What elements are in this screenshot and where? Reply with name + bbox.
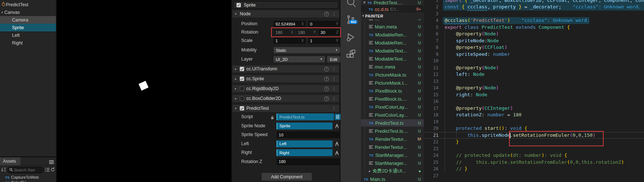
node-picker-icon[interactable] xyxy=(334,123,340,129)
code-line-14[interactable]: 14 @property(Node) xyxy=(424,85,644,92)
component-enabled-checkbox[interactable] xyxy=(240,106,244,111)
hierarchy-item-camera[interactable]: Camera xyxy=(0,16,56,24)
asset-item-capturetoweb[interactable]: TSCaptureToWeb xyxy=(0,175,56,180)
tree-item-pixelblock-ts-[interactable]: PixelBlock.ts....U xyxy=(361,95,424,102)
rotation-z-input[interactable]: 30Z xyxy=(319,29,340,35)
node-active-checkbox[interactable] xyxy=(236,3,241,7)
code-line-1[interactable]: 1import { _decorator, BoxCollider2D, CCF… xyxy=(424,0,644,4)
tree-item-startmanager-[interactable]: StartManager...U xyxy=(361,159,424,167)
tree-item-picturemask-ts[interactable]: TSPictureMask.tsU xyxy=(361,71,424,78)
tree-item-rendertextur-[interactable]: TSRenderTextur...M xyxy=(361,135,424,143)
hierarchy-item-right[interactable]: Right xyxy=(0,39,56,47)
script-asset-icon[interactable] xyxy=(335,114,341,120)
code-line-5[interactable]: 5export class PredictTest extends Compon… xyxy=(424,24,644,31)
help-icon[interactable]: ? xyxy=(324,96,329,101)
layer-edit-button[interactable]: Edit xyxy=(327,56,340,62)
component-enabled-checkbox[interactable] xyxy=(240,86,244,91)
tab-assets[interactable]: Assets xyxy=(0,157,20,165)
component-header-cc.uitransform[interactable]: ▸cc.UITransform?⋮ xyxy=(232,65,339,73)
position-y-input[interactable]: 0Y xyxy=(308,21,340,27)
mobility-dropdown[interactable]: Static▼ xyxy=(274,47,340,53)
tree-item--2d-ui-[interactable]: ▸免费2D卡通UI...● xyxy=(361,167,424,175)
code-line-25[interactable]: 25 // this.sprite.setRotationFromEuler(0… xyxy=(424,159,644,166)
tree-item-modiableren-[interactable]: ModiableRen...U xyxy=(361,39,424,46)
asset-item-colorpic[interactable]: TSColorPic xyxy=(0,180,56,182)
rotation-y-input[interactable]: 180Y xyxy=(296,29,318,35)
left-reference[interactable]: Left xyxy=(277,140,333,147)
code-line-10[interactable]: 10 xyxy=(424,58,644,65)
code-line-26[interactable]: 26 // } xyxy=(424,166,644,173)
kebab-menu-icon[interactable]: ⋮ xyxy=(331,86,337,91)
extensions-icon[interactable] xyxy=(346,50,356,61)
code-line-15[interactable]: 15 right: Node xyxy=(424,92,644,98)
help-icon[interactable]: ? xyxy=(324,86,329,91)
hierarchy-item-left[interactable]: Left xyxy=(0,31,56,39)
code-line-16[interactable]: 16 xyxy=(424,98,644,105)
help-icon[interactable]: ? xyxy=(324,12,329,16)
tree-item-startmanager-[interactable]: TSStartManager...U xyxy=(361,151,424,159)
component-header-predicttest[interactable]: ▾PredictTest⋮ xyxy=(232,105,339,112)
layer-dropdown[interactable]: UI_2D▼ xyxy=(274,56,325,62)
sprite-object[interactable] xyxy=(139,81,148,91)
tree-item-predicttest-ts-[interactable]: PredictTest.ts....U xyxy=(361,127,424,135)
hierarchy-item-canvas[interactable]: ▾Canvas xyxy=(0,8,56,16)
help-icon[interactable]: ? xyxy=(324,67,329,71)
add-component-button[interactable]: Add Component xyxy=(262,173,312,181)
code-line-4[interactable]: 4@ccclass('PredictTest') "ccclass": Unkn… xyxy=(424,17,644,24)
component-enabled-checkbox[interactable] xyxy=(240,67,244,71)
kebab-menu-icon[interactable]: ⋮ xyxy=(331,66,337,71)
sprite-node-reference[interactable]: Sprite xyxy=(277,123,333,129)
component-enabled-checkbox[interactable] xyxy=(240,96,244,101)
assets-menu-icon[interactable] xyxy=(49,159,54,166)
node-section-header[interactable]: ▾Node?⋮ xyxy=(232,10,339,18)
code-line-11[interactable]: 11 @property(Node) xyxy=(424,65,644,71)
node-picker-icon[interactable] xyxy=(334,150,340,156)
rotation-x-input[interactable]: 180X xyxy=(274,29,295,35)
code-line-7[interactable]: 7 spriteNode:Node xyxy=(424,38,644,44)
component-enabled-checkbox[interactable] xyxy=(240,77,244,81)
tree-item-modiableren-[interactable]: TSModiableRen...U xyxy=(361,31,424,38)
code-line-13[interactable]: 13 xyxy=(424,78,644,85)
node-picker-icon[interactable] xyxy=(334,141,340,147)
hierarchy-item-sprite[interactable]: Sprite xyxy=(0,24,56,31)
code-line-23[interactable]: 23 xyxy=(424,146,644,152)
code-line-22[interactable]: 22 } xyxy=(424,139,644,146)
tree-item-main-meta[interactable]: Main.metaU xyxy=(361,23,424,30)
kebab-menu-icon[interactable]: ⋮ xyxy=(331,96,337,101)
code-line-2[interactable]: 2const { ccclass, property } = _decorato… xyxy=(424,4,644,11)
code-line-24[interactable]: 24 // protected update(dt: number): void… xyxy=(424,152,644,159)
scene-view[interactable] xyxy=(57,0,231,182)
tree-item-predicttest-ts[interactable]: TSPredictTest.tsU xyxy=(361,119,424,127)
help-icon[interactable]: ? xyxy=(324,77,329,81)
component-header-cc.boxcollider2d[interactable]: ▸cc.BoxCollider2D?⋮ xyxy=(232,95,339,102)
scale-y-input[interactable]: 1Y xyxy=(308,38,340,44)
position-x-input[interactable]: 92.524994X xyxy=(274,21,306,27)
scale-x-input[interactable]: 1X xyxy=(274,38,306,44)
tree-item-picturemask-t-[interactable]: PictureMask.t...U xyxy=(361,79,424,86)
open-editor-cc-d-ts[interactable]: TScc.d.tsC:\...9+ xyxy=(361,5,424,13)
right-reference[interactable]: Right xyxy=(277,149,333,156)
tree-item-pixelcolorlay-[interactable]: TSPixelColorLay...U xyxy=(361,103,424,111)
code-line-3[interactable]: 3 xyxy=(424,11,644,18)
tree-item-modiabletext-[interactable]: TSModiableText...U xyxy=(361,47,424,54)
run-debug-icon[interactable] xyxy=(346,32,356,44)
component-header-cc.rigidbody2d[interactable]: ▸cc.RigidBody2D?⋮ xyxy=(232,85,339,92)
code-line-27[interactable]: 27 xyxy=(424,173,644,179)
code-line-9[interactable]: 9 spriteSpeed: number xyxy=(424,51,644,58)
code-line-6[interactable]: 6 @property(Node) xyxy=(424,31,644,38)
rotation-z-input[interactable]: 180 xyxy=(277,158,340,165)
component-header-cc.sprite[interactable]: ▸cc.Sprite?⋮ xyxy=(232,75,339,82)
search-icon[interactable] xyxy=(346,0,357,10)
assets-search-input[interactable]: Search Nan xyxy=(7,167,44,173)
code-line-12[interactable]: 12 left: Node xyxy=(424,71,644,78)
kebab-menu-icon[interactable]: ⋮ xyxy=(331,76,337,81)
code-line-21[interactable]: 21 this.spriteNode.setRotationFromEuler(… xyxy=(424,132,644,139)
script-reference[interactable]: PredictTest.ts xyxy=(277,113,334,120)
code-line-19[interactable]: 19 xyxy=(424,119,644,125)
code-editor[interactable]: 1import { _decorator, BoxCollider2D, CCF… xyxy=(424,0,644,182)
tree-item-modiabletext-[interactable]: ModiableText...U xyxy=(361,55,424,62)
tree-item-rendertextur-[interactable]: RenderTextur...U xyxy=(361,143,424,151)
sprite-speed-input[interactable]: 10 xyxy=(277,131,340,138)
refresh-icon[interactable] xyxy=(51,167,55,173)
code-line-20[interactable]: 20 protected start(): void { xyxy=(424,125,644,132)
